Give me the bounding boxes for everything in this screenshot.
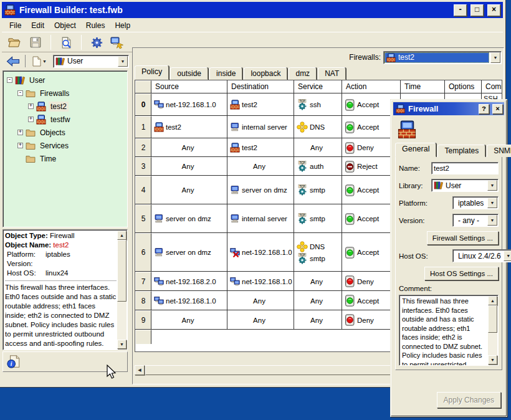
rule-number[interactable]: 6 (135, 233, 151, 271)
object-any[interactable]: Any (154, 144, 227, 151)
object-host[interactable]: internal server (230, 214, 294, 224)
tab-nat[interactable]: NAT (318, 67, 346, 80)
object-any[interactable]: Any (297, 297, 341, 305)
object-host[interactable]: internal server (230, 122, 294, 132)
tree-item-label[interactable]: Time (38, 154, 58, 164)
new-object-button[interactable]: ▼ (29, 53, 50, 69)
name-field[interactable]: test2 (431, 162, 499, 174)
tree-item-label[interactable]: Objects (38, 128, 67, 138)
column-header-source[interactable]: Source (151, 80, 227, 93)
object-tcp[interactable]: TCPsmtp (297, 213, 341, 224)
scrollbar-thumb[interactable] (145, 365, 413, 375)
column-header-time[interactable]: Time (401, 80, 445, 93)
object-any[interactable]: Any (297, 317, 341, 324)
scroll-left-icon[interactable]: ◀ (135, 365, 145, 375)
object-host[interactable]: server on dmz (154, 214, 227, 224)
expand-icon[interactable]: + (28, 117, 34, 122)
dialog-title-bar[interactable]: Firewall ? × (393, 102, 504, 115)
menu-edit[interactable]: Edit (26, 20, 49, 31)
object-info-scrollbar[interactable]: ▲ ▼ (117, 231, 127, 349)
rule-number[interactable]: 2 (135, 138, 151, 156)
host-os-select[interactable]: Linux 2.4/2.6 ▼ (452, 249, 511, 262)
object-tcp[interactable]: TCPsmtp (297, 253, 341, 264)
object-any[interactable]: Any (230, 297, 294, 305)
rule-number[interactable]: 0 (135, 93, 151, 115)
scroll-down-icon[interactable]: ▼ (488, 355, 497, 365)
chevron-down-icon[interactable]: ▼ (504, 251, 511, 261)
library-select[interactable]: User ▼ (53, 55, 129, 68)
tree-item-objects[interactable]: +Objects (4, 126, 126, 139)
scroll-down-icon[interactable]: ▼ (117, 340, 127, 349)
object-any[interactable]: Any (154, 317, 227, 324)
object-network-negated[interactable]: net-192.168.1.0 (230, 247, 294, 257)
version-select[interactable]: - any - ▼ (452, 214, 499, 227)
object-tcp[interactable]: TCPsmtp (297, 184, 341, 196)
column-header-action[interactable]: Action (342, 80, 401, 93)
collapse-icon[interactable]: - (7, 77, 12, 83)
object-network[interactable]: net-192.168.1.0 (154, 296, 227, 306)
dialog-close-button[interactable]: × (492, 104, 503, 114)
object-network[interactable]: net-192.168.1.0 (230, 277, 294, 287)
chevron-down-icon[interactable]: ▼ (487, 198, 497, 208)
menu-rules[interactable]: Rules (81, 20, 110, 31)
object-any[interactable]: Any (154, 186, 227, 194)
menu-object[interactable]: Object (49, 20, 81, 31)
menu-file[interactable]: File (4, 20, 26, 31)
expand-icon[interactable]: + (17, 130, 23, 135)
rule-number[interactable]: 5 (135, 204, 151, 232)
save-file-button[interactable] (27, 34, 44, 50)
scrollbar-thumb[interactable] (488, 305, 497, 333)
tree-item-services[interactable]: +Services (4, 139, 126, 152)
tree-item-test2[interactable]: +test2 (4, 100, 126, 113)
tab-dmz[interactable]: dmz (289, 67, 317, 80)
close-button[interactable]: × (487, 4, 500, 16)
chevron-down-icon[interactable]: ▼ (487, 180, 497, 191)
dialog-tab-general[interactable]: General (395, 143, 436, 157)
tree-item-time[interactable]: Time (4, 152, 126, 165)
tree-item-label[interactable]: User (27, 75, 47, 85)
minimize-button[interactable]: - (454, 4, 467, 16)
comment-scrollbar[interactable]: ▲ ▼ (488, 296, 497, 365)
library-select[interactable]: User ▼ (431, 179, 499, 192)
object-host[interactable]: server on dmz (230, 185, 294, 195)
object-tcp[interactable]: TCPssh (297, 99, 341, 110)
maximize-button[interactable]: □ (470, 4, 484, 16)
collapse-icon[interactable]: - (17, 90, 23, 96)
object-any[interactable]: Any (297, 278, 341, 285)
column-header-destination[interactable]: Destination (227, 80, 294, 93)
rule-number[interactable]: 1 (135, 116, 151, 138)
object-dns[interactable]: DNS (297, 122, 341, 133)
tree-item-label[interactable]: testfw (49, 115, 72, 125)
open-file-button[interactable] (6, 34, 23, 50)
chevron-down-icon[interactable]: ▼ (490, 52, 500, 63)
rule-number[interactable]: 4 (135, 176, 151, 204)
chevron-down-icon[interactable]: ▼ (118, 56, 128, 67)
host-os-settings-button[interactable]: Host OS Settings ... (424, 267, 499, 280)
rule-number[interactable]: 7 (135, 272, 151, 290)
back-arrow-button[interactable] (4, 53, 22, 69)
tree-item-user[interactable]: -User (4, 74, 126, 87)
object-firewall[interactable]: test2 (230, 100, 294, 110)
object-network[interactable]: net-192.168.2.0 (154, 277, 227, 287)
scroll-up-icon[interactable]: ▲ (488, 296, 497, 305)
title-bar[interactable]: Firewall Builder: test.fwb - □ × (2, 2, 503, 18)
chevron-down-icon[interactable]: ▼ (487, 215, 497, 226)
tab-inside[interactable]: inside (209, 67, 242, 80)
object-any[interactable]: Any (297, 144, 341, 151)
rule-number[interactable]: 9 (135, 310, 151, 329)
dialog-tab-snmp[interactable]: SNMP (487, 145, 511, 157)
tab-policy[interactable]: Policy (135, 65, 169, 80)
comment-field[interactable]: This firewall has three interfaces. Eth0… (399, 295, 499, 366)
object-firewall[interactable]: test2 (230, 143, 294, 153)
column-header-service[interactable]: Service (294, 80, 342, 93)
tree-item-label[interactable]: Services (38, 141, 70, 151)
dialog-tab-templates[interactable]: Templates (437, 145, 485, 157)
object-firewall[interactable]: test2 (154, 122, 227, 132)
tab-loopback[interactable]: loopback (244, 67, 287, 80)
tree-item-firewalls[interactable]: -Firewalls (4, 87, 126, 100)
scrollbar-thumb[interactable] (117, 240, 127, 302)
expand-icon[interactable]: + (17, 143, 23, 148)
menu-help[interactable]: Help (110, 20, 135, 31)
tab-outside[interactable]: outside (170, 67, 208, 80)
apply-changes-button[interactable]: Apply Changes (437, 392, 501, 408)
